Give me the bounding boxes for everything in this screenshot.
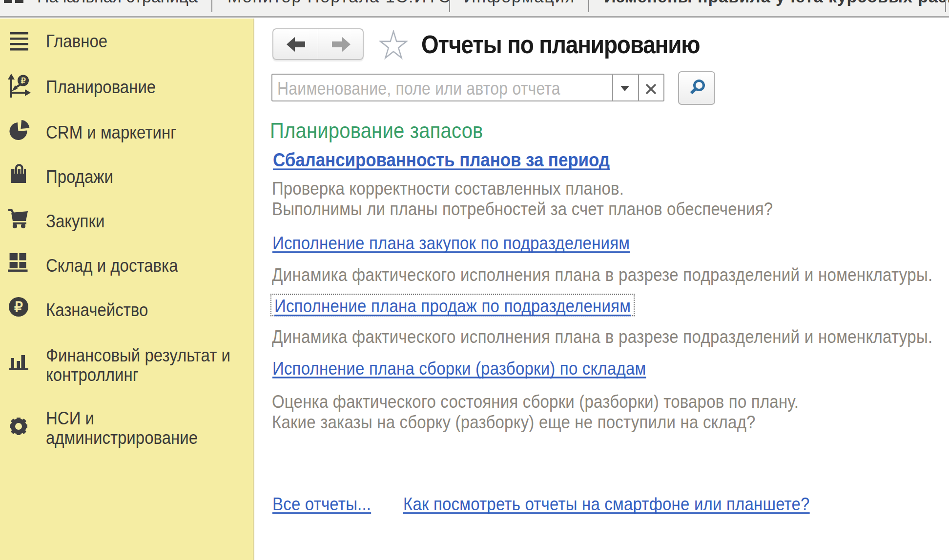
- svg-text:₽: ₽: [21, 77, 25, 85]
- svg-text:₽: ₽: [14, 300, 23, 315]
